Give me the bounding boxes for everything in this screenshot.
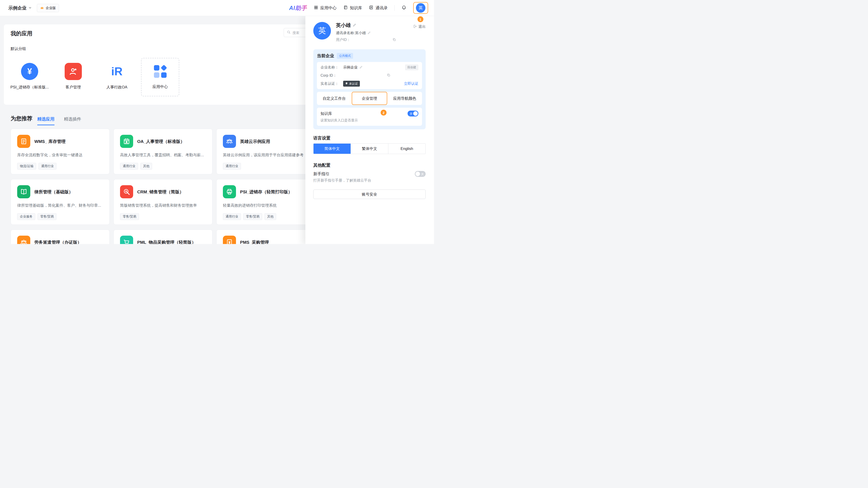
card-tags: 通用行业 [223,163,241,170]
nav-contacts[interactable]: 通讯录 [369,5,388,11]
card-description: 英雄云示例应用，该应用用于平台应用搭建参考 [223,152,310,158]
app-item-psi-standard[interactable]: ¥ PSI_进销存（标准版... [12,63,47,90]
knowledge-base-setting-box: 知识库 开 设置知识库入口是否显示 [317,108,422,126]
card-title: 劳务派遣管理（办证版） [34,240,82,244]
knowledge-base-toggle[interactable]: 开 [408,111,418,117]
verify-label: 实名认证： [320,82,343,86]
yen-circle-icon: ¥ [21,63,38,80]
copy-icon[interactable] [387,73,391,78]
people-group-icon [17,236,30,244]
user-avatar-highlight[interactable]: 英 [413,2,428,14]
app-card-wms[interactable]: WMS_ 库存管理 库存全流程数字化，业务审批一键通达 物流/运输 通用行业 [11,129,110,174]
app-item-label: PSI_进销存（标准版... [10,85,49,90]
card-tags: 通用行业 其他 [120,163,152,170]
tab-featured-apps[interactable]: 精选应用 [37,116,55,125]
nav-knowledge-base-label: 知识库 [350,5,362,11]
app-item-customer-mgmt[interactable]: 客户管理 [56,63,91,90]
copy-icon[interactable] [393,38,396,42]
newbie-guide-toggle[interactable]: 关 [415,171,426,177]
toggle-knob [415,172,420,176]
exit-icon [413,24,417,29]
tag: 其他 [141,163,152,170]
edition-badge[interactable]: 企业版 [37,4,59,12]
company-switcher[interactable]: 示例企业 [8,5,32,11]
company-name: 示例企业 [8,5,26,11]
app-card-demo-app[interactable]: 英雄云示例应用 英雄云示例应用，该应用用于平台应用搭建参考 通用行业 [216,129,315,174]
card-description: 轻量高效的进销存打印管理系统 [223,203,310,208]
app-card-pml[interactable]: PML_物品采购管理（轻简版） [114,230,213,244]
nav-app-center-label: 应用中心 [320,5,337,11]
document-list-icon [17,135,30,148]
app-card-pms[interactable]: PMS_采购管理 [216,230,315,244]
ai-assistant-logo[interactable]: AI助手 [289,4,307,12]
my-apps-title: 我的应用 [11,30,32,37]
language-settings-title: 语言设置 [313,135,331,141]
card-title: 英雄云示例应用 [240,139,270,145]
current-company-box: 当前企业 公共模式 企业名称： 示例企业 我创建 Corp ID： [313,49,426,129]
tab-custom-workbench[interactable]: 自定义工作台 [317,92,352,105]
app-card-oa-hr[interactable]: OA_人事管理（标准版） 高效人事管理工具，覆盖招聘、档案、考勤与薪... 通用… [114,129,213,174]
card-title: OA_人事管理（标准版） [137,139,185,145]
cart-icon [120,236,133,244]
card-title: CRM_销售管理（简版） [137,189,184,195]
nav-knowledge-base[interactable]: 知识库 [343,5,362,11]
crown-icon [40,6,44,10]
top-header: 示例企业 企业版 AI助手 应用中心 知识库 [0,0,434,16]
app-center-icon [154,65,166,78]
recommend-title: 为您推荐 [11,115,32,122]
app-item-hr-oa[interactable]: iR 人事行政OA [99,63,134,90]
card-description: 高效人事管理工具，覆盖招聘、档案、考勤与薪... [120,152,207,158]
tab-company-management[interactable]: 企业管理 [352,92,388,105]
tag: 通用行业 [223,163,241,170]
recommend-tabs: 精选应用 精选插件 [37,116,81,125]
language-option-traditional[interactable]: 繁体中文 [351,144,388,154]
company-name-row: 企业名称： 示例企业 我创建 [320,63,418,71]
card-tags: 零售/贸易 [120,213,139,220]
verify-row: 实名认证： 未认证 立即认证 [320,80,418,88]
corp-id-label: Corp ID： [320,73,343,78]
card-title: WMS_ 库存管理 [34,139,66,145]
tab-app-nav-color[interactable]: 应用导航颜色 [387,92,422,105]
account-security-button[interactable]: 账号安全 [313,189,426,199]
edit-icon[interactable] [352,22,356,28]
app-item-label: 人事行政OA [106,85,127,90]
edit-icon[interactable] [368,31,371,35]
app-card-psi-print[interactable]: PSI_进销存（轻简打印版） 轻量高效的进销存打印管理系统 通用行业 零售/贸易… [216,179,315,225]
card-tags: 企业服务 零售/贸易 [17,213,57,220]
edit-icon[interactable] [360,65,363,70]
nav-contacts-label: 通讯录 [375,5,388,11]
app-card-law-firm[interactable]: 律所管理（基础版） 律所管理基础版，简化案件、客户、财务与印章... 企业服务 … [11,179,110,225]
public-mode-badge: 公共模式 [337,53,353,59]
corp-id-value-blurred [343,74,385,77]
printer-icon [223,185,236,198]
app-card-labor-dispatch[interactable]: 劳务派遣管理（办证版） [11,230,110,244]
tab-featured-plugins[interactable]: 精选插件 [64,116,81,125]
logout-button[interactable]: 退出 [413,24,426,29]
company-tabs: 自定义工作台 企业管理 应用导航颜色 [317,92,422,105]
annotation-step-2: 2 [381,110,386,116]
app-center-tile[interactable]: 应用中心 [141,58,179,96]
card-title: PMS_采购管理 [240,240,269,244]
user-avatar[interactable]: 英 [416,3,426,13]
other-config-title: 其他配置 [313,162,331,168]
language-option-simplified[interactable]: 简体中文 [313,144,351,154]
nav-app-center[interactable]: 应用中心 [314,5,337,11]
toggle-knob [413,111,418,116]
verify-now-link[interactable]: 立即认证 [404,82,418,86]
contact-name-text: 通讯录名称:英小雄 [336,31,366,35]
panel-user-header: 英 英小雄 通讯录名称:英小雄 用户ID： [313,22,396,42]
grid-icon [314,5,318,11]
open-book-icon [17,185,30,198]
language-option-english[interactable]: English [388,144,426,154]
screen: 示例企业 企业版 AI助手 应用中心 知识库 [0,0,434,244]
company-info-box: 企业名称： 示例企业 我创建 Corp ID： [317,62,422,89]
customer-star-icon [65,63,82,80]
not-verified-badge: 未认证 [343,81,360,87]
tag: 零售/贸易 [37,213,57,220]
tag: 通用行业 [38,163,57,170]
notification-bell-button[interactable] [401,5,406,11]
tag: 零售/贸易 [120,213,139,220]
header-right: AI助手 应用中心 知识库 通讯录 [289,2,428,14]
tag: 通用行业 [223,213,241,220]
app-card-crm[interactable]: CRM_销售管理（简版） 简版销售管理系统，提高销售和财务管理效率 零售/贸易 [114,179,213,225]
